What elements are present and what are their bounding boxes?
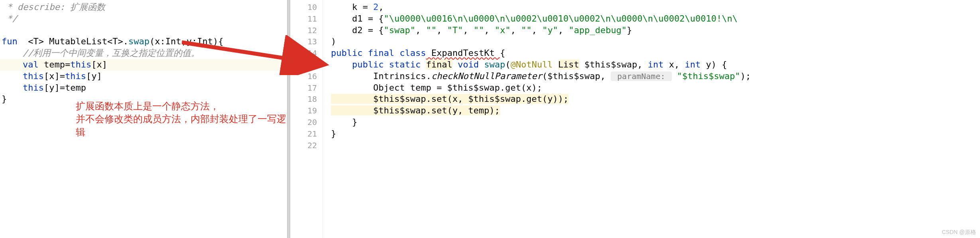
close-brace: } bbox=[331, 129, 336, 139]
type-list: List bbox=[558, 60, 579, 69]
comment-text: //利用一个中间变量，互换之指定位置的值。 bbox=[23, 48, 200, 58]
code-line[interactable]: fun <T> MutableList<T>.swap(x:Int,y:Int)… bbox=[2, 36, 287, 48]
text: Object temp = $this$swap.get(x); bbox=[331, 83, 542, 93]
string-literal: "" bbox=[521, 25, 532, 35]
line-number[interactable]: 19 bbox=[290, 105, 317, 117]
annotation-line: 扩展函数本质上是一个静态方法， bbox=[76, 100, 287, 113]
colon: : bbox=[160, 36, 165, 46]
left-editor-pane: * describe: 扩展函数 */ fun <T> MutableList<… bbox=[0, 0, 287, 238]
keyword-this: this bbox=[23, 71, 44, 81]
string-literal: "T" bbox=[447, 25, 463, 35]
param-name: y bbox=[187, 36, 192, 46]
code-line[interactable] bbox=[2, 25, 287, 36]
class-name: ExpandTestKt bbox=[426, 48, 500, 58]
text: ) bbox=[331, 36, 336, 46]
code-line[interactable]: this[y]=temp bbox=[2, 82, 287, 94]
param-text: $this$swap, bbox=[579, 60, 648, 69]
text: } bbox=[627, 25, 632, 35]
assign-text: [y]=temp bbox=[44, 83, 86, 93]
keyword-class: class bbox=[399, 48, 426, 58]
right-code-area[interactable]: k = 2, d1 = {"\u0000\u0016\n\u0000\n\u00… bbox=[323, 0, 980, 238]
bracket-access: [x] bbox=[91, 60, 107, 69]
pane-splitter[interactable] bbox=[287, 0, 290, 238]
keyword-public: public bbox=[331, 48, 362, 58]
code-line[interactable]: this[x]=this[y] bbox=[2, 71, 287, 82]
colon: : bbox=[192, 36, 197, 46]
line-number[interactable]: 22 bbox=[290, 140, 317, 151]
code-line[interactable]: d2 = {"swap", "", "T", "", "x", "", "y",… bbox=[331, 25, 980, 36]
assign-text: temp= bbox=[39, 60, 70, 69]
line-number[interactable]: 12 bbox=[290, 25, 317, 36]
code-line[interactable]: } bbox=[331, 117, 980, 128]
code-line[interactable]: Object temp = $this$swap.get(x); bbox=[331, 82, 980, 94]
code-line[interactable]: public final class ExpandTestKt { bbox=[331, 48, 980, 59]
annotation-notnull: @NotNull bbox=[510, 60, 553, 69]
code-line[interactable]: $this$swap.set(x, $this$swap.get(y)); bbox=[331, 93, 980, 105]
code-line[interactable]: } bbox=[331, 128, 980, 140]
comma: , bbox=[181, 36, 186, 46]
bracket-access: [y] bbox=[86, 71, 102, 81]
text: $this$swap.set(y, temp); bbox=[331, 105, 500, 115]
line-number[interactable]: 18 bbox=[290, 93, 317, 105]
keyword-final: final bbox=[426, 60, 452, 69]
text: d1 = { bbox=[331, 14, 384, 24]
receiver-type: MutableList<T> bbox=[44, 36, 123, 46]
close-brace: } bbox=[331, 117, 357, 127]
line-number[interactable]: 21 bbox=[290, 128, 317, 140]
right-gutter[interactable]: 10 11 12 13 14 15 16 17 18 19 20 21 22 bbox=[290, 0, 323, 238]
line-number[interactable]: 11 bbox=[290, 13, 317, 25]
keyword-void: void bbox=[458, 60, 479, 69]
code-line[interactable]: public static final void swap(@NotNull L… bbox=[331, 59, 980, 71]
code-line[interactable]: * describe: 扩展函数 bbox=[2, 2, 287, 13]
code-line[interactable]: k = 2, bbox=[331, 2, 980, 13]
keyword-this: this bbox=[23, 83, 44, 93]
string-literal: "$this$swap" bbox=[677, 71, 740, 81]
param-text: x, bbox=[664, 60, 685, 69]
code-line[interactable]: //利用一个中间变量，互换之指定位置的值。 bbox=[2, 48, 287, 59]
paren-close: ){ bbox=[213, 36, 224, 46]
line-number[interactable]: 14 bbox=[290, 48, 317, 59]
line-number[interactable]: 16 bbox=[290, 71, 317, 82]
annotation-overlay: 扩展函数本质上是一个静态方法， 并不会修改类的成员方法，内部封装处理了一写逻辑 bbox=[76, 100, 287, 139]
text: ); bbox=[740, 71, 751, 81]
code-line[interactable]: Intrinsics.checkNotNullParameter($this$s… bbox=[331, 71, 980, 82]
function-name: swap bbox=[128, 36, 150, 46]
text: , bbox=[378, 2, 384, 12]
keyword-int: int bbox=[648, 60, 664, 69]
close-brace: } bbox=[2, 94, 7, 104]
line-number[interactable]: 15 bbox=[290, 59, 317, 71]
paren-open: ( bbox=[505, 60, 510, 69]
text: Intrinsics. bbox=[331, 71, 431, 81]
keyword-int: int bbox=[685, 60, 701, 69]
param-type: Int bbox=[165, 36, 181, 46]
string-literal: "" bbox=[474, 25, 484, 35]
code-line[interactable] bbox=[331, 140, 980, 151]
string-literal: "swap" bbox=[384, 25, 415, 35]
inlay-hint: paramName: bbox=[611, 71, 672, 81]
code-line[interactable]: d1 = {"\u0000\u0016\n\u0000\n\u0002\u001… bbox=[331, 13, 980, 25]
text: k = bbox=[331, 2, 373, 12]
line-number[interactable]: 13 bbox=[290, 36, 317, 48]
number-literal: 2 bbox=[373, 2, 378, 12]
string-literal: "x" bbox=[495, 25, 511, 35]
line-number[interactable]: 20 bbox=[290, 117, 317, 128]
param-text: y) { bbox=[701, 60, 727, 69]
keyword-val: val bbox=[23, 60, 39, 69]
param-type: Int bbox=[197, 36, 213, 46]
comment-text: */ bbox=[2, 14, 18, 24]
code-line[interactable]: ) bbox=[331, 36, 980, 48]
keyword-public: public bbox=[352, 60, 384, 69]
keyword-static: static bbox=[389, 60, 421, 69]
line-number[interactable]: 10 bbox=[290, 2, 317, 13]
left-code-area[interactable]: * describe: 扩展函数 */ fun <T> MutableList<… bbox=[0, 2, 287, 238]
watermark-text: CSDN @原格 bbox=[942, 228, 976, 236]
line-number[interactable]: 17 bbox=[290, 82, 317, 94]
string-literal: "" bbox=[426, 25, 437, 35]
code-line[interactable]: $this$swap.set(y, temp); bbox=[331, 105, 980, 117]
keyword-this: this bbox=[70, 60, 91, 69]
code-line[interactable]: val temp=this[x] bbox=[2, 59, 287, 71]
keyword-fun: fun bbox=[2, 36, 18, 46]
comment-text: * describe: 扩展函数 bbox=[2, 2, 105, 12]
text: ($this$swap, bbox=[542, 71, 611, 81]
code-line[interactable]: */ bbox=[2, 13, 287, 25]
